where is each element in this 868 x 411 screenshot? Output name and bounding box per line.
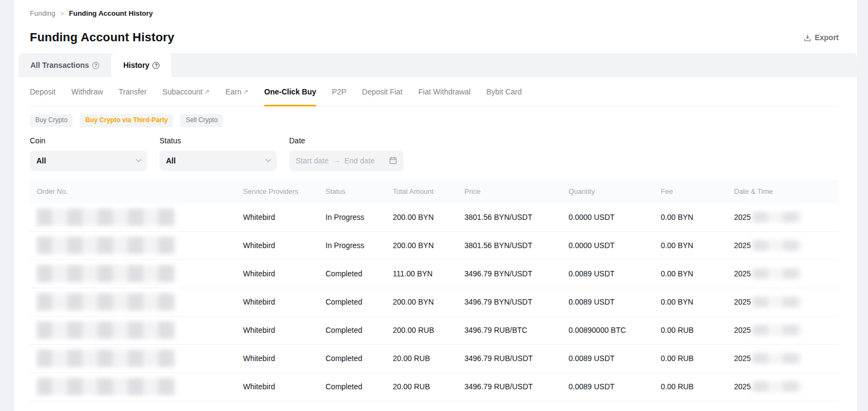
column-header-status: Status [326,187,393,195]
coin-filter: Coin All [30,136,147,171]
cell-service-provider: Whitebird [243,298,326,306]
cell-fee: 0.00 BYN [661,298,734,306]
subtab-label: Fiat Withdrawal [418,87,470,96]
datetime-redacted [752,296,802,307]
cell-service-provider: Whitebird [243,354,326,363]
cell-order-no [37,293,243,311]
subtab-label: Withdraw [71,87,103,96]
cell-date-time: 2025 [734,353,839,364]
tab-all-transactions[interactable]: All Transactions? [18,53,111,77]
subtab-deposit[interactable]: Deposit [30,77,55,106]
subtab-one-click-buy[interactable]: One-Click Buy [264,77,316,106]
table-row: WhitebirdCompleted20.00 RUB3496.79 RUB/U… [30,373,839,401]
status-select-value: All [166,156,266,165]
export-button[interactable]: Export [803,33,839,42]
cell-price: 3496.79 RUB/BTC [464,326,569,334]
breadcrumb-link-funding[interactable]: Funding [30,9,55,17]
cell-total-amount: 200.00 BYN [393,213,464,222]
order-no-redacted [37,293,176,311]
cell-price: 3496.79 RUB/USDT [464,382,569,391]
subtab-fiat-withdrawal[interactable]: Fiat Withdrawal [418,77,470,106]
date-filter-label: Date [289,136,404,145]
status-filter-label: Status [159,136,277,145]
cell-status: Completed [326,354,393,363]
date-year: 2025 [734,241,751,250]
date-year: 2025 [734,298,751,306]
subtab-subaccount[interactable]: Subaccount↗ [162,77,209,106]
end-date-input[interactable]: End date [344,156,375,165]
order-no-redacted [37,237,176,254]
cell-quantity: 0.0089 USDT [569,382,661,391]
trade-type-pills: Buy CryptoBuy Crypto via Third-PartySell… [30,114,839,127]
start-date-input[interactable]: Start date [296,156,329,165]
pill-buy-crypto[interactable]: Buy Crypto [30,114,73,127]
datetime-redacted [752,325,802,336]
cell-order-no [37,350,243,367]
subtab-earn[interactable]: Earn↗ [225,77,248,106]
content-card: Funding > Funding Account History Fundin… [15,0,857,411]
subtab-p2p[interactable]: P2P [332,77,346,106]
status-select[interactable]: All [159,150,277,171]
column-header-date-time: Date & Time [734,187,839,195]
order-no-redacted [37,378,176,395]
subtab-label: P2P [332,87,346,96]
column-header-service-providers: Service Providers [243,187,326,195]
help-icon[interactable]: ? [92,62,99,69]
cell-total-amount: 20.00 RUB [393,382,464,391]
coin-select[interactable]: All [30,150,147,171]
cell-date-time: 2025 [734,296,839,307]
coin-select-value: All [36,156,137,165]
external-link-icon: ↗ [204,88,209,96]
subtab-bybit-card[interactable]: Bybit Card [486,77,521,106]
subtab-label: Bybit Card [486,87,521,96]
cell-total-amount: 20.00 RUB [393,354,464,363]
cell-status: Completed [326,298,393,306]
cell-service-provider: Whitebird [243,241,326,250]
external-link-icon: ↗ [243,88,248,96]
help-icon[interactable]: ? [152,62,159,69]
filters-row: Coin All Status All Date Start date → E [30,136,839,171]
breadcrumb-current: Funding Account History [69,9,153,17]
date-year: 2025 [734,382,751,391]
cell-order-no [37,208,243,226]
cell-status: Completed [326,326,393,334]
cell-fee: 0.00 BYN [661,269,734,278]
cell-quantity: 0.0089 USDT [569,269,661,278]
cell-quantity: 0.0000 USDT [569,241,661,250]
date-range-picker[interactable]: Start date → End date [289,150,404,171]
subtab-deposit-fiat[interactable]: Deposit Fiat [362,77,403,106]
table-row: WhitebirdCompleted200.00 RUB3496.79 RUB/… [30,317,839,345]
column-header-total-amount: Total Amount [393,187,464,195]
cell-price: 3801.56 BYN/USDT [464,241,569,250]
tab-label: History [123,61,149,69]
tab-history[interactable]: History? [111,53,171,77]
cell-price: 3801.56 BYN/USDT [464,213,569,222]
cell-total-amount: 200.00 BYN [393,298,464,306]
cell-fee: 0.00 BYN [661,213,734,222]
cell-service-provider: Whitebird [243,382,326,391]
table-row: WhitebirdCompleted111.00 BYN3496.79 BYN/… [30,260,839,288]
subtab-transfer[interactable]: Transfer [119,77,147,106]
order-no-redacted [37,265,176,282]
subtab-label: Deposit Fiat [362,87,403,96]
history-subtabs: DepositWithdrawTransferSubaccount↗Earn↗O… [30,77,839,106]
cell-order-no [37,378,243,395]
calendar-icon[interactable] [389,156,397,165]
column-header-price: Price [464,187,569,195]
table-row: WhitebirdIn Progress200.00 BYN3801.56 BY… [30,232,839,260]
datetime-redacted [752,240,802,251]
cell-service-provider: Whitebird [243,326,326,334]
cell-service-provider: Whitebird [243,213,326,222]
account-tabs: All Transactions?History? [18,53,857,77]
breadcrumb-chevron-icon: > [60,10,64,17]
pill-buy-crypto-via-third-party[interactable]: Buy Crypto via Third-Party [80,114,173,127]
cell-total-amount: 200.00 BYN [393,241,464,250]
chevron-down-icon [266,157,271,162]
cell-date-time: 2025 [734,325,839,336]
subtab-withdraw[interactable]: Withdraw [71,77,103,106]
column-header-order-no: Order No. [37,187,243,195]
datetime-redacted [752,212,802,223]
cell-quantity: 0.0089 USDT [569,354,661,363]
pill-sell-crypto[interactable]: Sell Crypto [180,114,223,127]
cell-quantity: 0.00890000 BTC [569,326,661,334]
